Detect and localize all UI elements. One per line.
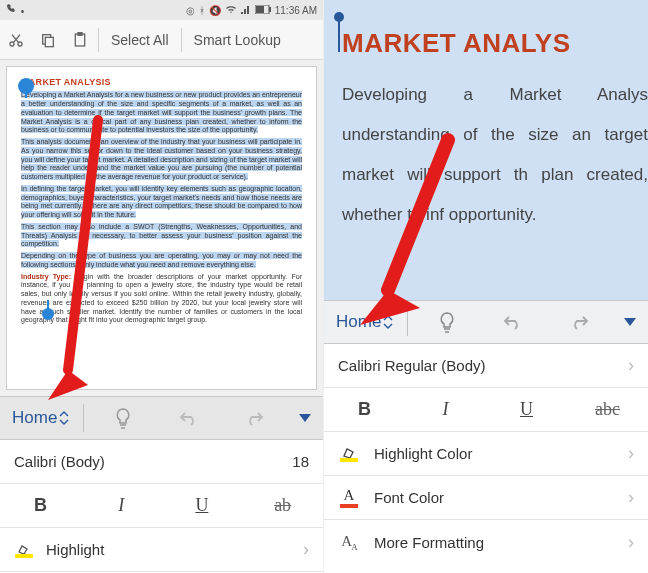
smart-lookup-button[interactable]: Smart Lookup	[184, 32, 291, 48]
italic-button[interactable]: I	[81, 484, 162, 528]
signal-icon	[241, 4, 251, 16]
ribbon-bar: Home	[324, 300, 648, 344]
collapse-ribbon-button[interactable]	[612, 318, 648, 326]
chevron-right-icon: ›	[628, 532, 634, 553]
text-cursor[interactable]	[338, 18, 340, 52]
italic-button[interactable]: I	[405, 388, 486, 432]
undo-button[interactable]	[480, 314, 546, 330]
redo-button[interactable]	[546, 314, 612, 330]
battery-icon	[255, 5, 271, 16]
strikethrough-button[interactable]: ab	[242, 484, 323, 528]
tell-me-button[interactable]	[414, 311, 480, 333]
document-page-zoom[interactable]: MARKET ANALYS Developing a Market Analys…	[324, 0, 648, 300]
svg-rect-6	[45, 37, 53, 46]
highlight-color-label: Highlight Color	[374, 445, 472, 462]
doc-p4a: This section may also include a SWOT (St…	[21, 223, 302, 248]
status-bar: • ◎ ᚼ 🔇 11:36 AM	[0, 0, 323, 20]
selection-handle-end[interactable]	[40, 300, 56, 320]
doc-p1: Developing a Market Analysis for a new b…	[21, 91, 302, 133]
ribbon-home-label: Home	[12, 408, 57, 428]
more-formatting-row[interactable]: AA More Formatting ›	[324, 520, 648, 564]
chevron-right-icon: ›	[628, 487, 634, 508]
doc-body-zoom: Developing a Market Analys understanding…	[342, 75, 648, 235]
location-icon: ◎	[186, 5, 195, 16]
ribbon-bar: Home	[0, 396, 323, 440]
font-color-icon: A	[338, 487, 360, 508]
context-toolbar: Select All Smart Lookup	[0, 20, 323, 60]
text-style-row: B I U ab	[0, 484, 323, 528]
paste-button[interactable]	[64, 24, 96, 56]
more-formatting-label: More Formatting	[374, 534, 484, 551]
underline-button[interactable]: U	[162, 484, 243, 528]
select-all-button[interactable]: Select All	[101, 32, 179, 48]
svg-point-11	[42, 308, 54, 320]
doc-p2: This analysis documents an overview of t…	[21, 138, 302, 180]
collapse-ribbon-button[interactable]	[287, 414, 323, 422]
svg-rect-8	[78, 32, 82, 35]
bold-button[interactable]: B	[324, 388, 405, 432]
doc-p5: Begin with the broader descriptions of y…	[21, 273, 302, 324]
cut-button[interactable]	[0, 24, 32, 56]
ribbon-home-label: Home	[336, 312, 381, 332]
svg-rect-9	[25, 84, 27, 98]
ribbon-tab-home[interactable]: Home	[0, 408, 77, 428]
strikethrough-button[interactable]: abc	[567, 388, 648, 432]
document-page[interactable]: MARKET ANALYSIS Developing a Market Anal…	[6, 66, 317, 390]
font-size-value: 18	[292, 453, 309, 470]
ribbon-switcher-icon	[59, 411, 69, 425]
ribbon-switcher-icon	[383, 315, 393, 329]
copy-button[interactable]	[32, 24, 64, 56]
font-picker-row[interactable]: Calibri (Body) 18	[0, 440, 323, 484]
redo-button[interactable]	[221, 410, 287, 426]
undo-button[interactable]	[156, 410, 222, 426]
more-formatting-icon: AA	[338, 533, 360, 552]
font-color-row[interactable]: A Font Color ›	[324, 476, 648, 520]
bold-button[interactable]: B	[0, 484, 81, 528]
font-name-label: Calibri Regular (Body)	[338, 357, 486, 374]
highlight-row[interactable]: Highlight ›	[0, 528, 323, 572]
font-picker-row[interactable]: Calibri Regular (Body) ›	[324, 344, 648, 388]
wifi-icon	[225, 4, 237, 16]
chevron-right-icon: ›	[303, 539, 309, 560]
underline-button[interactable]: U	[486, 388, 567, 432]
bluetooth-icon: ᚼ	[199, 5, 205, 16]
highlight-color-icon	[338, 445, 360, 462]
doc-p4b: Depending on the type of business you ar…	[21, 252, 302, 268]
ribbon-tab-home[interactable]: Home	[324, 312, 401, 332]
status-time: 11:36 AM	[275, 5, 317, 16]
svg-rect-1	[256, 6, 264, 13]
highlight-color-row[interactable]: Highlight Color ›	[324, 432, 648, 476]
chevron-right-icon: ›	[628, 443, 634, 464]
mute-icon: 🔇	[209, 5, 221, 16]
font-color-label: Font Color	[374, 489, 444, 506]
tell-me-button[interactable]	[90, 407, 156, 429]
highlight-label: Highlight	[46, 541, 104, 558]
svg-rect-2	[269, 7, 271, 12]
font-name-label: Calibri (Body)	[14, 453, 105, 470]
phone-icon: •	[6, 3, 24, 17]
highlight-icon	[14, 542, 34, 558]
document-area[interactable]: MARKET ANALYSIS Developing a Market Anal…	[0, 60, 323, 396]
doc-p5-label: Industry Type:	[21, 273, 71, 280]
selection-handle-start[interactable]	[18, 78, 34, 98]
doc-title: MARKET ANALYSIS	[21, 77, 302, 88]
text-style-row: B I U abc	[324, 388, 648, 432]
chevron-right-icon: ›	[628, 355, 634, 376]
document-area-zoom[interactable]: MARKET ANALYS Developing a Market Analys…	[324, 0, 648, 300]
doc-title-zoom: MARKET ANALYS	[342, 28, 648, 59]
doc-p3: In defining the target market, you will …	[21, 185, 302, 218]
